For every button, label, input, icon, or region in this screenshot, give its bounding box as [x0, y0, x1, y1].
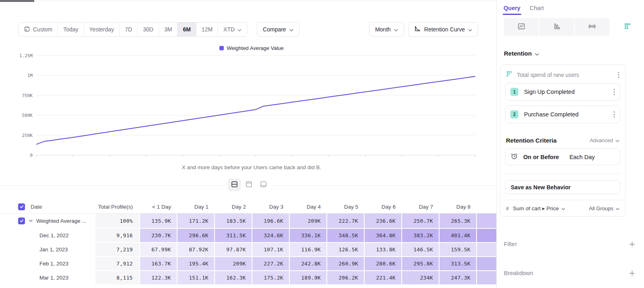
- retention-section-header[interactable]: Retention: [504, 50, 539, 57]
- advanced-dropdown[interactable]: Advanced: [590, 137, 619, 143]
- date-cell[interactable]: Weighted Average ...: [0, 213, 95, 229]
- range-3m-button[interactable]: 3M: [159, 23, 178, 36]
- add-breakdown-button[interactable]: [629, 270, 635, 276]
- kebab-menu-icon[interactable]: [617, 71, 620, 79]
- tab-chart[interactable]: Chart: [530, 5, 544, 15]
- retention-value-cell[interactable]: 242.8K: [290, 257, 327, 271]
- retention-value-cell[interactable]: 336.1K: [290, 229, 327, 243]
- tab-insights[interactable]: [504, 18, 539, 36]
- column-header-date[interactable]: Date: [0, 200, 95, 213]
- retention-value-cell[interactable]: 146.5K: [402, 243, 440, 257]
- retention-value-cell[interactable]: 116.9K: [290, 243, 327, 257]
- retention-value-cell[interactable]: 250.7K: [402, 213, 440, 229]
- retention-value-cell[interactable]: 175.2K: [252, 271, 290, 285]
- retention-value-cell[interactable]: 209K: [290, 213, 327, 229]
- retention-value-cell[interactable]: 163.7K: [140, 257, 178, 271]
- column-header-day-6[interactable]: Day 6: [365, 200, 402, 213]
- retention-value-cell[interactable]: 133.8K: [365, 243, 402, 257]
- behavior-step-1[interactable]: 1 Sign Up Completed: [505, 83, 620, 101]
- kebab-menu-icon[interactable]: [613, 88, 616, 96]
- date-cell[interactable]: Mar 1, 2023: [0, 271, 95, 285]
- range-7d-button[interactable]: 7D: [120, 23, 138, 36]
- date-cell[interactable]: Dec 1, 2022: [0, 229, 95, 243]
- retention-value-cell[interactable]: 67.99K: [140, 243, 178, 257]
- retention-value-cell[interactable]: 296.6K: [178, 229, 215, 243]
- retention-value-cell[interactable]: 135.9K: [140, 213, 178, 229]
- retention-line-chart[interactable]: 0250K500K750K1M1.25M< 1 DayDay 5Day 10Da…: [18, 52, 485, 158]
- retention-value-cell[interactable]: 171.2K: [178, 213, 215, 229]
- retention-value-cell[interactable]: 236.6K: [365, 213, 402, 229]
- criteria-frequency[interactable]: Each Day: [570, 154, 595, 160]
- retention-value-cell[interactable]: 383.2K: [402, 229, 440, 243]
- retention-value-cell[interactable]: 234K: [402, 271, 440, 285]
- retention-value-cell[interactable]: 196.6K: [252, 213, 290, 229]
- column-header-day-5[interactable]: Day 5: [327, 200, 365, 213]
- kebab-menu-icon[interactable]: [613, 110, 616, 118]
- range-today-button[interactable]: Today: [58, 23, 84, 36]
- range-custom-button[interactable]: Custom: [19, 23, 58, 36]
- column-header-day-3[interactable]: Day 3: [252, 200, 290, 213]
- add-filter-button[interactable]: [629, 241, 635, 247]
- checkbox-checked[interactable]: [18, 203, 25, 210]
- behavior-step-2[interactable]: 2 Purchase Completed: [505, 106, 620, 123]
- retention-value-cell[interactable]: 97.87K: [215, 243, 252, 257]
- criteria-row[interactable]: On or Before Each Day: [505, 149, 620, 165]
- retention-value-cell[interactable]: 209K: [215, 257, 252, 271]
- retention-value-cell[interactable]: 107.1K: [252, 243, 290, 257]
- range-xtd-button[interactable]: XTD: [218, 23, 247, 36]
- tab-query[interactable]: Query: [504, 5, 520, 15]
- column-header-total-profile-s-[interactable]: Total Profile(s): [95, 200, 140, 213]
- retention-value-cell[interactable]: 401.4K: [440, 229, 477, 243]
- column-header-day-2[interactable]: Day 2: [215, 200, 252, 213]
- retention-value-cell[interactable]: 364.8K: [365, 229, 402, 243]
- date-cell[interactable]: Feb 1, 2023: [0, 257, 95, 271]
- retention-value-cell[interactable]: 247.3K: [440, 271, 477, 285]
- range-6m-button[interactable]: 6M: [178, 23, 196, 36]
- chart-focus-view-toggle[interactable]: [242, 178, 255, 191]
- range-yesterday-button[interactable]: Yesterday: [84, 23, 120, 36]
- split-view-toggle[interactable]: [228, 178, 241, 191]
- column-header--1-day[interactable]: < 1 Day: [140, 200, 178, 213]
- retention-value-cell[interactable]: 126.5K: [327, 243, 365, 257]
- retention-value-cell[interactable]: 265.3K: [440, 213, 477, 229]
- retention-value-cell[interactable]: 87.92K: [178, 243, 215, 257]
- measure-property-dropdown[interactable]: Sum of cart ▸ Price: [513, 205, 585, 211]
- retention-value-cell[interactable]: 311.5K: [215, 229, 252, 243]
- retention-value-cell[interactable]: 227.2K: [252, 257, 290, 271]
- tab-flows[interactable]: [575, 18, 609, 36]
- retention-value-cell[interactable]: 222.7K: [327, 213, 365, 229]
- all-groups-dropdown[interactable]: All Groups: [589, 205, 619, 211]
- retention-value-cell[interactable]: 295.8K: [402, 257, 440, 271]
- retention-value-cell[interactable]: 162.3K: [215, 271, 252, 285]
- retention-value-cell[interactable]: 280.6K: [365, 257, 402, 271]
- chevron-down-icon[interactable]: [29, 220, 33, 222]
- retention-value-cell[interactable]: 324.6K: [252, 229, 290, 243]
- retention-value-cell[interactable]: 159.5K: [440, 243, 477, 257]
- column-header-day-8[interactable]: Day 8: [440, 200, 477, 213]
- retention-value-cell[interactable]: 230.7K: [140, 229, 178, 243]
- tab-funnels[interactable]: [539, 18, 574, 36]
- retention-value-cell[interactable]: 183.5K: [215, 213, 252, 229]
- range-12m-button[interactable]: 12M: [196, 23, 218, 36]
- compare-button[interactable]: Compare: [257, 22, 299, 37]
- chart-view-button[interactable]: Retention Curve: [408, 22, 478, 37]
- range-30d-button[interactable]: 30D: [138, 23, 159, 36]
- date-cell[interactable]: Jan 1, 2023: [0, 243, 95, 257]
- column-header-day-1[interactable]: Day 1: [178, 200, 215, 213]
- retention-value-cell[interactable]: 348.5K: [327, 229, 365, 243]
- retention-value-cell[interactable]: 151.1K: [178, 271, 215, 285]
- criteria-condition[interactable]: On or Before: [523, 154, 559, 160]
- save-as-new-behavior-button[interactable]: Save as New Behavior: [505, 180, 620, 194]
- retention-value-cell[interactable]: 189.9K: [290, 271, 327, 285]
- retention-value-cell[interactable]: 313.5K: [440, 257, 477, 271]
- retention-value-cell[interactable]: 122.3K: [140, 271, 178, 285]
- retention-value-cell[interactable]: 195.4K: [178, 257, 215, 271]
- retention-value-cell[interactable]: 206.2K: [327, 271, 365, 285]
- tab-retention[interactable]: [610, 18, 644, 36]
- checkbox-checked[interactable]: [18, 218, 25, 224]
- table-focus-view-toggle[interactable]: [257, 178, 270, 191]
- retention-value-cell[interactable]: 260.9K: [327, 257, 365, 271]
- column-header-day-7[interactable]: Day 7: [402, 200, 440, 213]
- retention-value-cell[interactable]: 221.4K: [365, 271, 402, 285]
- granularity-button[interactable]: Month: [369, 22, 404, 37]
